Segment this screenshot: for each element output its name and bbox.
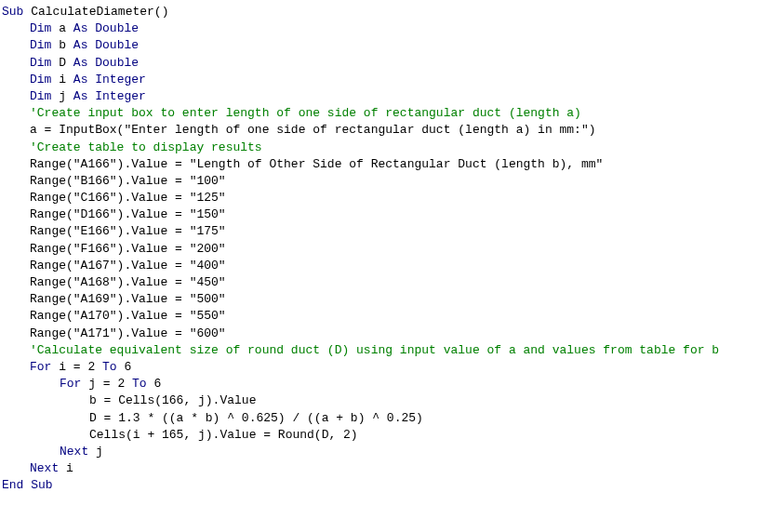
keyword-text: For: [60, 377, 88, 391]
code-line: Dim D As Double: [0, 55, 772, 72]
code-text: a: [59, 21, 73, 35]
code-text: Range("E166").Value = "175": [30, 224, 226, 238]
code-line: Dim i As Integer: [0, 72, 772, 88]
keyword-text: For: [30, 360, 59, 374]
code-line: Cells(i + 165, j).Value = Round(D, 2): [0, 427, 772, 444]
keyword-text: As Double: [73, 21, 139, 35]
keyword-text: As Double: [73, 56, 139, 70]
code-text: Range("A171").Value = "600": [30, 326, 226, 340]
code-line: Range("A171").Value = "600": [0, 326, 772, 342]
code-line: Range("A169").Value = "500": [0, 291, 772, 308]
code-line: Range("A166").Value = "Length of Other S…: [0, 156, 772, 173]
code-text: i: [59, 73, 73, 86]
code-text: Range("A168").Value = "450": [30, 275, 226, 289]
keyword-text: Dim: [30, 89, 59, 103]
code-line: D = 1.3 * ((a * b) ^ 0.625) / ((a + b) ^…: [0, 410, 772, 427]
code-line: Range("C166").Value = "125": [0, 190, 772, 206]
keyword-text: Next: [60, 445, 96, 459]
code-line: 'Create input box to enter length of one…: [0, 105, 772, 122]
code-line: Range("A167").Value = "400": [0, 258, 772, 274]
keyword-text: As Integer: [73, 73, 146, 86]
code-text: Range("B166").Value = "100": [30, 174, 226, 188]
code-text: b: [59, 38, 73, 52]
code-line: Range("A170").Value = "550": [0, 308, 772, 325]
code-line: Next j: [0, 444, 772, 460]
code-line: Dim j As Integer: [0, 88, 772, 105]
code-line: For i = 2 To 6: [0, 359, 772, 376]
code-line: a = InputBox("Enter length of one side o…: [0, 122, 772, 139]
code-line: 'Calculate equivalent size of round duct…: [0, 342, 772, 359]
keyword-text: As Double: [73, 38, 139, 52]
code-text: CalculateDiameter(): [31, 5, 168, 19]
code-text: i: [66, 461, 73, 475]
code-line: Next i: [0, 460, 772, 477]
code-line: Range("E166").Value = "175": [0, 223, 772, 240]
code-text: Range("A167").Value = "400": [30, 259, 226, 273]
comment-text: 'Calculate equivalent size of round duct…: [30, 343, 719, 357]
code-line: Range("A168").Value = "450": [0, 274, 772, 291]
keyword-text: Next: [30, 461, 66, 475]
code-line: Sub CalculateDiameter(): [0, 4, 772, 20]
code-text: D = 1.3 * ((a * b) ^ 0.625) / ((a + b) ^…: [89, 411, 423, 425]
code-text: 6: [153, 377, 161, 391]
keyword-text: To: [132, 377, 153, 391]
code-text: j: [96, 445, 103, 459]
code-text: Range("A166").Value = "Length of Other S…: [30, 157, 603, 171]
comment-text: 'Create input box to enter length of one…: [30, 106, 581, 120]
code-text: Range("D166").Value = "150": [30, 207, 226, 221]
code-text: j: [59, 89, 73, 103]
keyword-text: As Integer: [73, 89, 146, 103]
code-text: Range("C166").Value = "125": [30, 191, 226, 205]
code-text: 6: [124, 360, 131, 374]
code-line: 'Create table to display results: [0, 140, 772, 156]
keyword-text: Dim: [30, 56, 59, 70]
code-text: D: [59, 56, 73, 70]
code-line: Range("B166").Value = "100": [0, 173, 772, 190]
comment-text: 'Create table to display results: [30, 140, 262, 154]
code-text: j = 2: [88, 377, 132, 391]
code-editor[interactable]: Sub CalculateDiameter()Dim a As DoubleDi…: [0, 4, 772, 494]
code-line: Dim a As Double: [0, 20, 772, 37]
keyword-text: Dim: [30, 38, 59, 52]
code-text: Range("A170").Value = "550": [30, 309, 226, 323]
code-text: Cells(i + 165, j).Value = Round(D, 2): [89, 428, 358, 442]
code-text: a = InputBox("Enter length of one side o…: [30, 123, 596, 137]
code-text: Range("A169").Value = "500": [30, 292, 226, 306]
code-line: Range("D166").Value = "150": [0, 206, 772, 223]
code-line: For j = 2 To 6: [0, 376, 772, 392]
keyword-text: Dim: [30, 21, 59, 35]
code-text: i = 2: [59, 360, 102, 374]
code-line: Dim b As Double: [0, 37, 772, 54]
code-line: Range("F166").Value = "200": [0, 241, 772, 258]
keyword-text: End Sub: [2, 478, 53, 492]
code-text: b = Cells(166, j).Value: [89, 393, 256, 407]
keyword-text: To: [102, 360, 124, 374]
keyword-text: Sub: [2, 5, 31, 19]
keyword-text: Dim: [30, 73, 59, 86]
code-text: Range("F166").Value = "200": [30, 242, 226, 256]
code-line: End Sub: [0, 477, 772, 494]
code-line: b = Cells(166, j).Value: [0, 392, 772, 409]
